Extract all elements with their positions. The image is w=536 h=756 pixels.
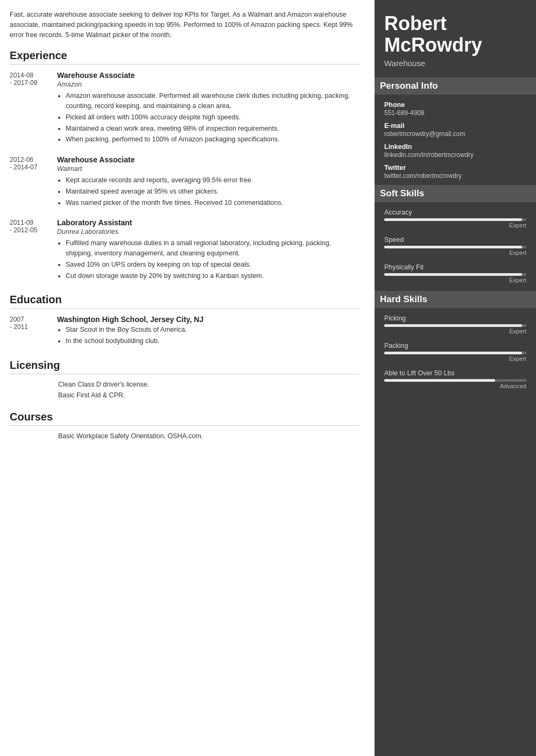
skill-bar-fill (384, 218, 522, 221)
skill-bar-bg (384, 246, 526, 248)
licensing-entry: Clean Class D driver's license.Basic Fir… (10, 381, 359, 399)
exp-date: 2011-09 - 2012-05 (10, 218, 57, 282)
skill-bar-fill (384, 246, 522, 248)
education-title: Education (10, 294, 359, 309)
courses-entry: Basic Workplace Safety Orientation, OSHA… (10, 432, 359, 440)
skill-level: Expert (384, 328, 526, 334)
phone-label: Phone (384, 101, 526, 109)
courses-item: Basic Workplace Safety Orientation, OSHA… (58, 432, 359, 440)
bullet-list: Kept accurate records and reports, avera… (57, 175, 359, 208)
edu-bullet-list: Star Scout in the Boy Scouts of America.… (57, 325, 359, 346)
email-value: robertmcrowdry@gmail.com (384, 130, 526, 138)
licensing-item: Basic First Aid & CPR. (58, 391, 359, 399)
soft-skills-title: Soft Skills (375, 185, 536, 202)
experience-list: 2014-08 - 2017-09Warehouse AssociateAmaz… (10, 71, 359, 282)
edu-bullet-item: Star Scout in the Boy Scouts of America. (66, 325, 359, 335)
licensing-item: Clean Class D driver's license. (58, 381, 359, 388)
bullet-item: Picked all orders with 100% accuracy des… (66, 112, 359, 123)
courses-section: Courses Basic Workplace Safety Orientati… (10, 411, 359, 440)
exp-detail: Warehouse AssociateWalmartKept accurate … (57, 155, 359, 209)
linkedin-value: linkedin.com/in/robertmcrowdry (384, 151, 526, 159)
exp-date: 2012-06 - 2014-07 (10, 155, 57, 209)
experience-section: Experience 2014-08 - 2017-09Warehouse As… (10, 49, 359, 282)
skill-level: Expert (384, 355, 526, 362)
email-block: E-mail robertmcrowdry@gmail.com (384, 122, 526, 138)
education-item: 2007 - 2011Washington High School, Jerse… (10, 315, 359, 347)
bullet-item: When packing, performed to 100% of Amazo… (66, 134, 359, 145)
licensing-title: Licensing (10, 359, 359, 374)
main-content: Fast, accurate warehouse associate seeki… (0, 0, 375, 756)
skill-bar-bg (384, 273, 526, 276)
skill-bar-fill (384, 379, 495, 382)
edu-detail: Washington High School, Jersey City, NJS… (57, 315, 359, 347)
edu-title: Washington High School, Jersey City, NJ (57, 315, 359, 324)
exp-detail: Laboratory AssistantDunrea LaboratoriesF… (57, 218, 359, 282)
skill-block: Able to Lift Over 50 LbsAdvanced (384, 369, 526, 389)
bullet-list: Fulfilled many warehouse duties in a sma… (57, 238, 359, 281)
courses-title: Courses (10, 411, 359, 426)
hard-skills-title: Hard Skills (375, 291, 536, 308)
bullet-item: Maintained a clean work area, meeting 98… (66, 124, 359, 134)
job-title: Warehouse Associate (57, 155, 359, 164)
twitter-block: Twitter twitter.com/robertmcrowdry (384, 164, 526, 180)
skill-name: Picking (384, 315, 526, 322)
experience-title: Experience (10, 49, 359, 65)
skill-name: Packing (384, 342, 526, 350)
licensing-section: Licensing Clean Class D driver's license… (10, 359, 359, 399)
education-list: 2007 - 2011Washington High School, Jerse… (10, 315, 359, 347)
skill-name: Able to Lift Over 50 Lbs (384, 369, 526, 377)
company-name: Dunrea Laboratories (57, 228, 359, 236)
bullet-item: Cut down storage waste by 20% by switchi… (66, 271, 359, 281)
bullet-item: Was named picker of the month five times… (66, 198, 359, 208)
phone-value: 551-689-4908 (384, 109, 526, 117)
twitter-label: Twitter (384, 164, 526, 172)
skill-block: SpeedExpert (384, 236, 526, 256)
skill-level: Expert (384, 277, 526, 283)
edu-bullet-item: In the school bodybuilding club. (66, 336, 359, 346)
linkedin-label: LinkedIn (384, 143, 526, 151)
bullet-item: Saved 10% on UPS orders by keeping on to… (66, 260, 359, 270)
exp-date: 2014-08 - 2017-09 (10, 71, 57, 146)
email-label: E-mail (384, 122, 526, 130)
bullet-item: Fulfilled many warehouse duties in a sma… (66, 238, 359, 259)
skill-bar-fill (384, 352, 522, 354)
education-section: Education 2007 - 2011Washington High Sch… (10, 294, 359, 347)
skill-bar-fill (384, 273, 522, 276)
job-title: Warehouse Associate (57, 71, 359, 80)
skill-block: PackingExpert (384, 342, 526, 362)
experience-item: 2012-06 - 2014-07Warehouse AssociateWalm… (10, 155, 359, 209)
exp-detail: Warehouse AssociateAmazonAmazon warehous… (57, 71, 359, 146)
skill-bar-bg (384, 352, 526, 354)
skill-bar-bg (384, 218, 526, 221)
skill-level: Expert (384, 249, 526, 256)
skill-name: Accuracy (384, 209, 526, 216)
skill-bar-fill (384, 324, 522, 327)
skill-block: PickingExpert (384, 315, 526, 334)
skill-block: AccuracyExpert (384, 209, 526, 229)
company-name: Walmart (57, 165, 359, 173)
linkedin-block: LinkedIn linkedin.com/in/robertmcrowdry (384, 143, 526, 159)
summary-text: Fast, accurate warehouse associate seeki… (10, 10, 359, 40)
skill-bar-bg (384, 379, 526, 382)
edu-date: 2007 - 2011 (10, 315, 57, 347)
skill-block: Physically FitExpert (384, 263, 526, 283)
bullet-list: Amazon warehouse associate. Performed al… (57, 91, 359, 145)
resume-name: RobertMcRowdry (384, 13, 526, 55)
personal-info-title: Personal Info (375, 77, 536, 95)
job-title: Laboratory Assistant (57, 218, 359, 227)
phone-block: Phone 551-689-4908 (384, 101, 526, 117)
bullet-item: Maintained speed average at 95% vs other… (66, 187, 359, 197)
company-name: Amazon (57, 81, 359, 88)
twitter-value: twitter.com/robertmcrowdry (384, 172, 526, 180)
resume-title: Warehouse (384, 59, 526, 68)
hard-skills-list: PickingExpertPackingExpertAble to Lift O… (384, 315, 526, 389)
skill-name: Physically Fit (384, 263, 526, 271)
sidebar: RobertMcRowdry Warehouse Personal Info P… (375, 0, 536, 756)
skill-bar-bg (384, 324, 526, 327)
skill-name: Speed (384, 236, 526, 244)
name-block: RobertMcRowdry Warehouse (384, 13, 526, 68)
experience-item: 2014-08 - 2017-09Warehouse AssociateAmaz… (10, 71, 359, 146)
skill-level: Advanced (384, 383, 526, 389)
skill-level: Expert (384, 222, 526, 229)
soft-skills-list: AccuracyExpertSpeedExpertPhysically FitE… (384, 209, 526, 283)
